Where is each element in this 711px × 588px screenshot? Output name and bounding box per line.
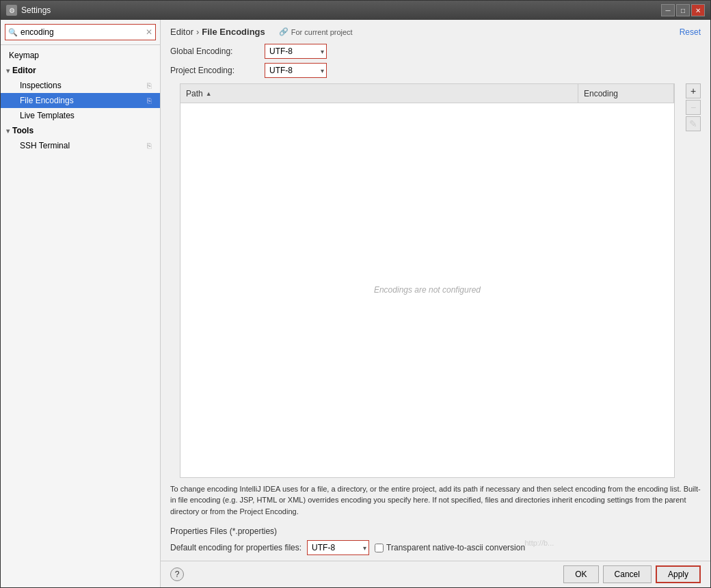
properties-section: Properties Files (*.properties) Default … — [161, 522, 710, 561]
side-buttons: + − ✎ — [686, 83, 701, 478]
footer-left: ? — [170, 567, 184, 581]
encoding-header-label: Encoding — [584, 89, 618, 98]
sidebar: 🔍 ✕ Keymap ▾ Editor Inspections — [1, 20, 161, 587]
title-bar: ⚙ Settings ─ □ ✕ — [1, 1, 710, 20]
search-wrapper: 🔍 ✕ — [5, 24, 156, 40]
sidebar-item-live-templates[interactable]: Live Templates — [1, 108, 160, 123]
inspections-label: Inspections — [20, 81, 62, 90]
transparent-conversion-label: Transparent native-to-ascii conversion — [386, 543, 525, 552]
encodings-table: Path ▲ Encoding Encodings are not config… — [180, 83, 675, 478]
editor-label: Editor — [12, 66, 36, 75]
prop-encoding-select[interactable]: UTF-8 ISO-8859-1 UTF-16 — [307, 540, 369, 555]
content-header: Editor › File Encodings 🔗 For current pr… — [161, 20, 710, 41]
title-bar-left: ⚙ Settings — [6, 5, 51, 16]
table-header: Path ▲ Encoding — [180, 84, 674, 103]
breadcrumb-current: File Encodings — [202, 27, 265, 37]
edit-row-button[interactable]: ✎ — [686, 116, 701, 131]
encoding-settings: Global Encoding: UTF-8 ISO-8859-1 UTF-16… — [161, 41, 710, 83]
properties-label: Properties Files (*.properties) — [170, 526, 701, 536]
footer-right: OK Cancel Apply — [563, 565, 701, 583]
search-box: 🔍 ✕ — [1, 20, 160, 45]
info-text: To change encoding IntelliJ IDEA uses fo… — [161, 478, 710, 523]
app-icon: ⚙ — [6, 5, 17, 16]
window-title: Settings — [21, 5, 51, 15]
path-column-header[interactable]: Path ▲ — [180, 84, 578, 103]
table-body: Encodings are not configured — [180, 103, 674, 477]
search-icon: 🔍 — [8, 28, 18, 37]
sidebar-item-file-encodings[interactable]: File Encodings ⎘ — [1, 93, 160, 108]
settings-window: ⚙ Settings ─ □ ✕ 🔍 ✕ Keymap — [0, 0, 711, 588]
project-encoding-row: Project Encoding: UTF-8 ISO-8859-1 UTF-1… — [170, 63, 701, 78]
table-outer: Path ▲ Encoding Encodings are not config… — [170, 83, 701, 478]
help-button[interactable]: ? — [170, 567, 184, 581]
global-encoding-select[interactable]: UTF-8 ISO-8859-1 UTF-16 — [265, 44, 327, 59]
for-current-project: For current project — [291, 28, 353, 36]
clear-search-button[interactable]: ✕ — [146, 27, 152, 37]
reset-link[interactable]: Reset — [680, 27, 701, 37]
ssh-terminal-label: SSH Terminal — [20, 141, 70, 150]
remove-row-button[interactable]: − — [686, 100, 701, 115]
global-encoding-label: Global Encoding: — [170, 46, 259, 56]
project-encoding-select-wrapper: UTF-8 ISO-8859-1 UTF-16 — [265, 63, 327, 78]
add-row-button[interactable]: + — [686, 83, 701, 98]
sidebar-item-tools[interactable]: ▾ Tools — [1, 123, 160, 138]
collapse-icon: ▾ — [6, 67, 10, 75]
close-button[interactable]: ✕ — [691, 4, 705, 16]
copy-icon-2: ⎘ — [147, 96, 152, 105]
ok-button[interactable]: OK — [563, 565, 598, 583]
encoding-column-header[interactable]: Encoding — [578, 84, 674, 103]
minimize-button[interactable]: ─ — [661, 4, 675, 16]
sidebar-item-keymap[interactable]: Keymap — [1, 48, 160, 63]
project-encoding-select[interactable]: UTF-8 ISO-8859-1 UTF-16 — [265, 63, 327, 78]
keymap-label: Keymap — [9, 51, 39, 60]
search-input[interactable] — [21, 27, 146, 37]
tools-label: Tools — [12, 126, 33, 135]
copy-icon: ⎘ — [147, 81, 152, 90]
properties-row: Default encoding for properties files: U… — [170, 540, 701, 555]
path-header-label: Path — [186, 89, 203, 98]
sidebar-item-ssh-terminal[interactable]: SSH Terminal ⎘ — [1, 138, 160, 153]
breadcrumb-separator: › — [196, 27, 199, 37]
project-encoding-label: Project Encoding: — [170, 66, 259, 75]
sidebar-item-editor[interactable]: ▾ Editor — [1, 63, 160, 78]
sidebar-item-inspections[interactable]: Inspections ⎘ — [1, 78, 160, 93]
cancel-button[interactable]: Cancel — [603, 565, 652, 583]
nav-tree: Keymap ▾ Editor Inspections ⎘ File Encod… — [1, 45, 160, 587]
breadcrumb: Editor › File Encodings 🔗 For current pr… — [170, 27, 353, 37]
maximize-button[interactable]: □ — [676, 4, 690, 16]
global-encoding-row: Global Encoding: UTF-8 ISO-8859-1 UTF-16 — [170, 44, 701, 59]
prop-encoding-select-wrapper: UTF-8 ISO-8859-1 UTF-16 — [307, 540, 369, 555]
content-panel: Editor › File Encodings 🔗 For current pr… — [161, 20, 710, 587]
global-encoding-select-wrapper: UTF-8 ISO-8859-1 UTF-16 — [265, 44, 327, 59]
default-encoding-label: Default encoding for properties files: — [170, 543, 301, 552]
main-content: 🔍 ✕ Keymap ▾ Editor Inspections — [1, 20, 710, 587]
window-controls: ─ □ ✕ — [661, 4, 705, 16]
empty-message: Encodings are not configured — [374, 285, 481, 295]
copy-icon-3: ⎘ — [147, 142, 152, 150]
file-encodings-label: File Encodings — [20, 96, 74, 105]
breadcrumb-editor: Editor — [170, 27, 193, 37]
sort-icon: ▲ — [206, 90, 212, 97]
transparent-conversion-wrapper: Transparent native-to-ascii conversion — [375, 543, 525, 552]
tools-collapse-icon: ▾ — [6, 127, 10, 135]
link-icon: 🔗 — [279, 27, 289, 36]
transparent-conversion-checkbox[interactable] — [375, 544, 384, 552]
apply-button[interactable]: Apply — [656, 565, 701, 583]
live-templates-label: Live Templates — [20, 111, 75, 120]
footer: ? http://b... OK Cancel Apply — [161, 561, 710, 587]
